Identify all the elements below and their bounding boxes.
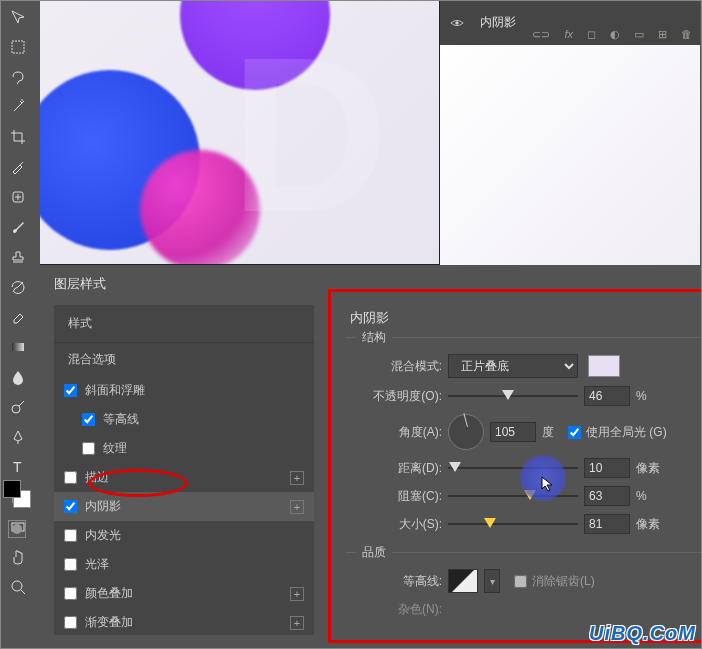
eraser-tool[interactable] [7,306,29,328]
size-input[interactable] [584,514,630,534]
style-inner-shadow-check[interactable] [64,500,77,513]
style-gradient-overlay[interactable]: 渐变叠加 + [54,608,314,637]
trash-icon[interactable]: 🗑 [681,28,692,41]
style-color-overlay-check[interactable] [64,587,77,600]
group-icon[interactable]: ▭ [634,28,644,41]
mask-icon[interactable]: ◻ [587,28,596,41]
size-label: 大小(S): [346,516,442,533]
new-layer-icon[interactable]: ⊞ [658,28,667,41]
add-inner-shadow-icon[interactable]: + [290,500,304,514]
gradient-tool[interactable] [7,336,29,358]
style-gradient-overlay-check[interactable] [64,616,77,629]
distance-input[interactable] [584,458,630,478]
type-tool[interactable]: T [7,456,29,478]
style-satin-check[interactable] [64,558,77,571]
style-stroke-check[interactable] [64,471,77,484]
contour-dropdown-icon[interactable]: ▾ [484,569,500,593]
style-label: 描边 [85,469,109,486]
choke-label: 阻塞(C): [346,488,442,505]
antialias-label: 消除锯齿(L) [532,573,595,590]
global-light-check[interactable] [568,426,581,439]
blend-mode-select[interactable]: 正片叠底 [448,354,578,378]
size-unit: 像素 [636,516,660,533]
opacity-label: 不透明度(O): [346,388,442,405]
layer-style-dialog: 图层样式 样式 混合选项 斜面和浮雕 等高线 纹理 描边 + 内阴影 + 内发光 [40,265,700,647]
style-label: 等高线 [103,411,139,428]
style-texture[interactable]: 纹理 [54,434,314,463]
svg-point-3 [12,405,20,413]
dodge-tool[interactable] [7,396,29,418]
opacity-slider[interactable] [448,388,578,404]
brush-tool[interactable] [7,216,29,238]
eyedropper-tool[interactable] [7,156,29,178]
move-tool[interactable] [7,6,29,28]
link-icon[interactable]: ⊂⊃ [532,28,550,41]
canvas-art-letter: D [230,25,410,245]
layers-panel: 内阴影 ⊂⊃ fx ◻ ◐ ▭ ⊞ 🗑 [440,0,700,45]
pen-tool[interactable] [7,426,29,448]
styles-list-panel: 样式 混合选项 斜面和浮雕 等高线 纹理 描边 + 内阴影 + 内发光 [54,305,314,635]
distance-label: 距离(D): [346,460,442,477]
crop-tool[interactable] [7,126,29,148]
style-bevel[interactable]: 斜面和浮雕 [54,376,314,405]
shadow-color-swatch[interactable] [588,355,620,377]
canvas[interactable]: D [40,0,440,265]
add-gradient-overlay-icon[interactable]: + [290,616,304,630]
choke-slider[interactable] [448,488,578,504]
style-inner-glow[interactable]: 内发光 [54,521,314,550]
structure-legend: 结构 [356,329,392,346]
svg-rect-0 [12,41,24,53]
adjustment-icon[interactable]: ◐ [610,28,620,41]
blending-options[interactable]: 混合选项 [54,343,314,376]
quick-mask-toggle[interactable] [8,520,26,538]
angle-dial[interactable] [448,414,484,450]
blur-tool[interactable] [7,366,29,388]
style-stroke[interactable]: 描边 + [54,463,314,492]
svg-point-7 [455,21,459,25]
stamp-tool[interactable] [7,246,29,268]
add-color-overlay-icon[interactable]: + [290,587,304,601]
style-label: 渐变叠加 [85,614,133,631]
choke-input[interactable] [584,486,630,506]
foreground-color[interactable] [3,480,21,498]
style-label: 纹理 [103,440,127,457]
style-texture-check[interactable] [82,442,95,455]
lasso-tool[interactable] [7,66,29,88]
zoom-tool[interactable] [7,576,29,598]
global-light-wrap[interactable]: 使用全局光 (G) [568,424,667,441]
color-swatches[interactable] [3,480,31,508]
wand-tool[interactable] [7,96,29,118]
opacity-input[interactable] [584,386,630,406]
layers-panel-footer: ⊂⊃ fx ◻ ◐ ▭ ⊞ 🗑 [532,28,692,41]
add-stroke-icon[interactable]: + [290,471,304,485]
size-slider[interactable] [448,516,578,532]
antialias-check[interactable] [514,575,527,588]
global-light-label: 使用全局光 (G) [586,424,667,441]
svg-rect-2 [12,343,24,351]
distance-slider[interactable] [448,460,578,476]
style-inner-shadow[interactable]: 内阴影 + [54,492,314,521]
hand-tool[interactable] [7,546,29,568]
fx-icon[interactable]: fx [564,28,573,41]
antialias-wrap[interactable]: 消除锯齿(L) [514,573,595,590]
choke-unit: % [636,489,647,503]
contour-thumb[interactable] [448,569,478,593]
blend-mode-label: 混合模式: [346,358,442,375]
style-color-overlay[interactable]: 颜色叠加 + [54,579,314,608]
healing-tool[interactable] [7,186,29,208]
marquee-tool[interactable] [7,36,29,58]
visibility-icon[interactable] [450,16,464,30]
style-label: 内发光 [85,527,121,544]
style-inner-glow-check[interactable] [64,529,77,542]
style-contour[interactable]: 等高线 [54,405,314,434]
angle-input[interactable] [490,422,536,442]
noise-label: 杂色(N): [346,601,442,618]
style-bevel-check[interactable] [64,384,77,397]
history-brush-tool[interactable] [7,276,29,298]
svg-text:T: T [13,459,22,475]
style-label: 颜色叠加 [85,585,133,602]
style-contour-check[interactable] [82,413,95,426]
opacity-unit: % [636,389,647,403]
distance-unit: 像素 [636,460,660,477]
style-satin[interactable]: 光泽 [54,550,314,579]
